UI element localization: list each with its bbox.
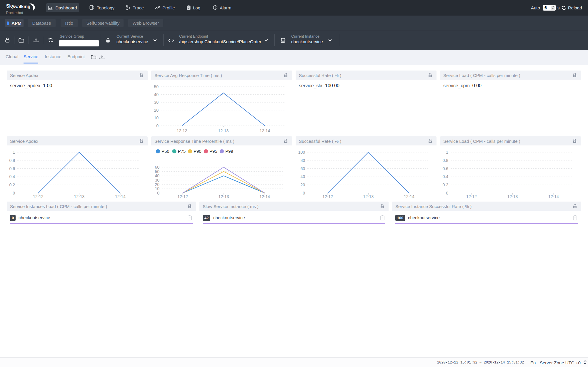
svg-text:0.6: 0.6 xyxy=(9,166,15,171)
svg-text:12-12: 12-12 xyxy=(466,194,477,198)
svg-text:50: 50 xyxy=(155,169,159,174)
svg-text:1: 1 xyxy=(446,150,448,155)
svg-text:P95: P95 xyxy=(209,149,217,154)
svg-text:12-14: 12-14 xyxy=(404,194,414,198)
svg-text:12-14: 12-14 xyxy=(548,194,559,198)
svg-text:20: 20 xyxy=(155,182,159,187)
svg-text:100: 100 xyxy=(298,150,305,155)
svg-text:12-12: 12-12 xyxy=(177,128,187,133)
svg-text:0.4: 0.4 xyxy=(443,174,449,179)
svg-text:50: 50 xyxy=(154,84,159,89)
svg-text:0: 0 xyxy=(157,191,159,195)
svg-text:0: 0 xyxy=(156,123,159,128)
svg-text:0.2: 0.2 xyxy=(443,182,449,187)
svg-text:12-14: 12-14 xyxy=(259,194,270,198)
svg-text:30: 30 xyxy=(155,178,159,182)
svg-text:12-13: 12-13 xyxy=(219,194,229,198)
svg-text:80: 80 xyxy=(300,158,305,163)
svg-text:P50: P50 xyxy=(161,149,169,154)
svg-text:40: 40 xyxy=(300,174,305,179)
svg-text:0: 0 xyxy=(446,191,448,195)
svg-text:12-12: 12-12 xyxy=(33,194,44,198)
svg-text:0.2: 0.2 xyxy=(9,182,15,187)
svg-text:60: 60 xyxy=(155,165,159,170)
svg-text:10: 10 xyxy=(155,186,159,191)
svg-text:0.6: 0.6 xyxy=(443,166,449,171)
svg-text:1: 1 xyxy=(13,150,15,155)
svg-text:60: 60 xyxy=(300,166,305,171)
svg-text:12-14: 12-14 xyxy=(260,128,270,133)
svg-text:P90: P90 xyxy=(194,149,201,154)
svg-text:12-13: 12-13 xyxy=(363,194,374,198)
svg-text:12-14: 12-14 xyxy=(115,194,126,198)
svg-text:20: 20 xyxy=(300,182,305,187)
svg-text:12-13: 12-13 xyxy=(507,194,518,198)
svg-text:12-12: 12-12 xyxy=(322,194,333,198)
svg-text:40: 40 xyxy=(154,92,159,97)
svg-text:40: 40 xyxy=(155,173,159,178)
svg-text:20: 20 xyxy=(154,108,159,113)
svg-text:P99: P99 xyxy=(225,149,233,154)
svg-text:0.8: 0.8 xyxy=(443,158,449,163)
svg-text:12-12: 12-12 xyxy=(177,194,188,198)
svg-text:0.8: 0.8 xyxy=(9,158,15,163)
svg-text:0.4: 0.4 xyxy=(9,174,15,179)
svg-text:12-13: 12-13 xyxy=(218,128,229,133)
svg-text:0: 0 xyxy=(13,191,15,195)
svg-text:12-13: 12-13 xyxy=(74,194,85,198)
svg-text:0: 0 xyxy=(303,191,305,195)
svg-text:P75: P75 xyxy=(178,149,186,154)
svg-text:10: 10 xyxy=(154,115,159,120)
svg-text:30: 30 xyxy=(154,100,159,105)
